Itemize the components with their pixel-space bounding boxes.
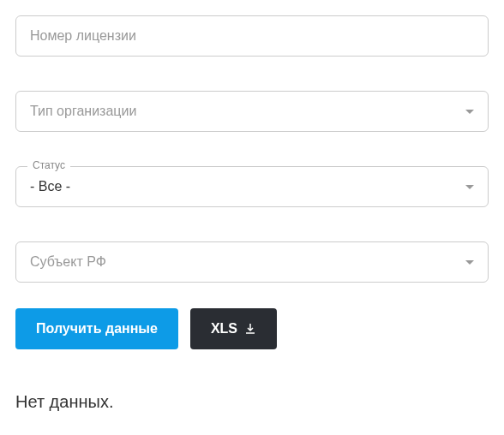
status-field: Статус - Все - <box>15 166 489 207</box>
export-xls-button[interactable]: XLS <box>190 308 277 349</box>
submit-label: Получить данные <box>36 321 158 337</box>
chevron-down-icon <box>465 260 474 265</box>
status-select[interactable]: - Все - <box>15 166 489 207</box>
org-type-placeholder: Тип организации <box>30 104 136 119</box>
license-number-field <box>15 15 489 57</box>
button-row: Получить данные XLS <box>15 308 489 349</box>
org-type-select[interactable]: Тип организации <box>15 91 489 132</box>
region-field: Субъект РФ <box>15 241 489 283</box>
region-placeholder: Субъект РФ <box>30 254 106 270</box>
status-value: - Все - <box>30 179 70 194</box>
export-label: XLS <box>211 321 237 337</box>
license-input-wrapper[interactable] <box>15 15 489 57</box>
chevron-down-icon <box>465 185 474 189</box>
license-number-input[interactable] <box>30 28 474 44</box>
chevron-down-icon <box>465 110 474 114</box>
no-data-message: Нет данных. <box>15 392 489 412</box>
org-type-field: Тип организации <box>15 91 489 132</box>
submit-button[interactable]: Получить данные <box>15 308 178 349</box>
status-label: Статус <box>27 159 70 171</box>
region-select[interactable]: Субъект РФ <box>15 241 489 283</box>
download-icon <box>244 323 256 335</box>
